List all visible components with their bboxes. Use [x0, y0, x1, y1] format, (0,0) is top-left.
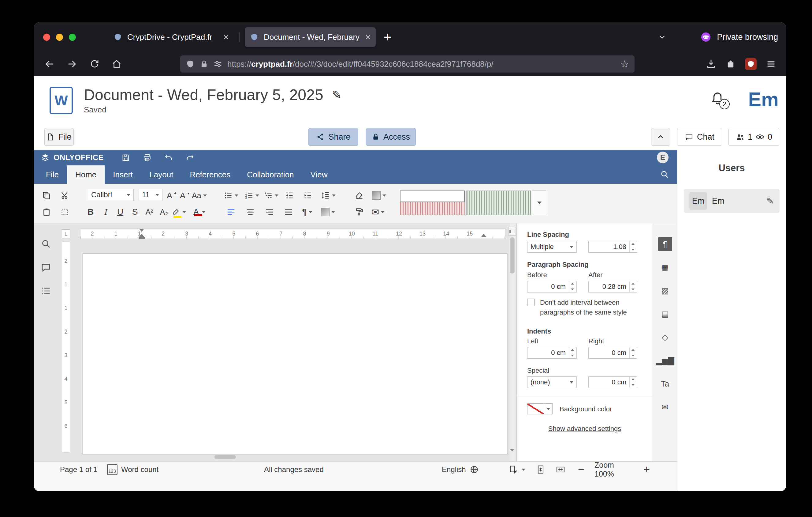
tab-document[interactable]: Document - Wed, February 5, 2 × [245, 27, 376, 47]
increase-font-size-button[interactable]: A [166, 189, 178, 202]
bold-button[interactable]: B [84, 205, 97, 219]
tab-close-icon[interactable]: × [365, 31, 371, 43]
document-page[interactable] [83, 253, 507, 454]
find-tool-icon[interactable] [41, 239, 51, 249]
line-spacing-stepper[interactable]: 1.08 [588, 241, 637, 253]
new-tab-button[interactable]: + [384, 29, 392, 45]
stepper-arrows[interactable] [629, 377, 637, 388]
strikethrough-button[interactable]: S [129, 205, 141, 219]
user-avatar[interactable]: Em [748, 85, 779, 114]
redo-icon[interactable] [186, 154, 194, 162]
indent-right-stepper[interactable]: 0 cm [588, 347, 637, 359]
page-title[interactable]: Document - Wed, February 5, 2025 [84, 86, 323, 104]
macos-minimize-button[interactable] [56, 34, 63, 41]
hanging-indent-marker[interactable] [139, 234, 144, 237]
stepper-arrows[interactable] [569, 347, 576, 358]
text-art-settings-tab[interactable]: Ta [658, 377, 672, 391]
menu-collaboration[interactable]: Collaboration [239, 165, 302, 184]
style-preview-normal[interactable] [400, 191, 465, 202]
decrease-font-size-button[interactable]: A [179, 189, 191, 202]
multilevel-list-button[interactable] [264, 189, 279, 202]
tab-close-icon[interactable]: × [223, 31, 229, 43]
zoom-in-button[interactable]: + [643, 462, 650, 478]
edit-user-name-pencil-icon[interactable]: ✎ [766, 196, 774, 207]
tab-cryptdrive[interactable]: CryptDrive - CryptPad.fr × [108, 27, 234, 47]
list-all-tabs-chevron-icon[interactable] [658, 32, 667, 42]
back-button[interactable] [43, 57, 56, 71]
highlight-color-button[interactable] [171, 205, 186, 219]
extensions-puzzle-icon[interactable] [725, 59, 736, 69]
spellcheck-review-button[interactable] [509, 462, 525, 478]
indent-left-stepper[interactable]: 0 cm [527, 347, 577, 359]
search-icon[interactable] [660, 170, 669, 179]
increase-indent-button[interactable] [302, 189, 314, 202]
permissions-icon[interactable] [213, 59, 223, 69]
change-case-button[interactable]: Aa [192, 189, 207, 202]
chart-settings-tab[interactable]: ▂▅▇ [658, 353, 672, 368]
copy-style-brush-icon[interactable] [353, 205, 365, 219]
notifications-bell-icon[interactable]: 2 [709, 90, 725, 107]
decrease-indent-button[interactable] [283, 189, 295, 202]
spacing-after-stepper[interactable]: 0.28 cm [588, 281, 637, 293]
share-button[interactable]: Share [309, 128, 358, 146]
table-settings-tab[interactable]: ▦ [658, 260, 672, 274]
menu-insert[interactable]: Insert [105, 165, 141, 184]
spacing-before-stepper[interactable]: 0 cm [527, 281, 577, 293]
paragraph-settings-tab[interactable]: ¶ [658, 237, 672, 251]
select-all-icon[interactable] [59, 205, 71, 219]
font-size-select[interactable]: 11 [139, 189, 163, 201]
language-selector[interactable]: English [442, 462, 479, 478]
special-select[interactable]: (none) [527, 376, 577, 388]
ruler-corner-tab-selector[interactable]: L [62, 229, 70, 238]
font-name-select[interactable]: Calibri [88, 189, 134, 201]
menu-hamburger-icon[interactable] [766, 59, 776, 69]
edit-title-pencil-icon[interactable]: ✎ [332, 86, 342, 104]
special-amount-stepper[interactable]: 0 cm [588, 376, 637, 388]
stepper-arrows[interactable] [569, 281, 576, 292]
shape-settings-tab[interactable]: ◇ [658, 330, 672, 344]
navigation-tool-icon[interactable] [41, 286, 51, 296]
copy-icon[interactable] [40, 189, 53, 202]
zoom-out-button[interactable]: − [578, 462, 584, 478]
background-color-swatch[interactable] [527, 403, 544, 414]
subscript-button[interactable]: A₂ [158, 205, 170, 219]
print-icon[interactable] [143, 154, 151, 162]
reload-button[interactable] [87, 57, 101, 71]
stepper-arrows[interactable] [629, 347, 637, 358]
user-chip[interactable]: Em Em ✎ [684, 189, 780, 213]
toggle-rulers-button[interactable] [508, 227, 516, 236]
first-line-indent-marker[interactable] [139, 229, 144, 232]
mail-merge-tab[interactable]: ✉ [658, 400, 672, 414]
macos-close-button[interactable] [43, 34, 50, 41]
macos-zoom-button[interactable] [69, 34, 76, 41]
fit-width-button[interactable] [556, 462, 566, 478]
numbering-button[interactable]: 123 [244, 189, 259, 202]
menu-file[interactable]: File [38, 165, 67, 184]
align-center-button[interactable] [244, 205, 256, 219]
home-button[interactable] [110, 57, 123, 71]
advanced-settings-link[interactable]: Show advanced settings [517, 425, 652, 433]
align-right-button[interactable] [263, 205, 276, 219]
clear-style-eraser-icon[interactable] [353, 189, 365, 202]
scroll-down-arrow[interactable] [509, 446, 515, 454]
mail-merge-button[interactable]: ✉ [371, 205, 384, 219]
tracking-shield-icon[interactable] [186, 59, 195, 69]
url-text[interactable]: https://cryptpad.fr/doc/#/3/doc/edit/ff0… [227, 59, 615, 69]
comments-tool-icon[interactable] [41, 263, 51, 273]
stepper-arrows[interactable] [629, 281, 637, 292]
horizontal-scrollbar-thumb[interactable] [214, 455, 236, 459]
right-indent-marker[interactable] [481, 234, 486, 237]
image-settings-tab[interactable]: ▨ [658, 283, 672, 298]
cut-icon[interactable] [59, 189, 71, 202]
access-button[interactable]: Access [366, 128, 416, 146]
align-left-button[interactable] [225, 205, 237, 219]
editor-user-avatar[interactable]: E [657, 152, 668, 163]
word-count-button[interactable]: 123 Word count [107, 462, 158, 478]
users-button[interactable]: 1 0 [728, 128, 779, 146]
paste-icon[interactable] [40, 205, 53, 219]
url-bar[interactable]: https://cryptpad.fr/doc/#/3/doc/edit/ff0… [180, 55, 635, 73]
bookmark-star-icon[interactable]: ☆ [620, 58, 629, 70]
header-footer-settings-tab[interactable]: ▤ [658, 307, 672, 321]
menu-layout[interactable]: Layout [141, 165, 181, 184]
shading-button[interactable] [321, 205, 335, 219]
